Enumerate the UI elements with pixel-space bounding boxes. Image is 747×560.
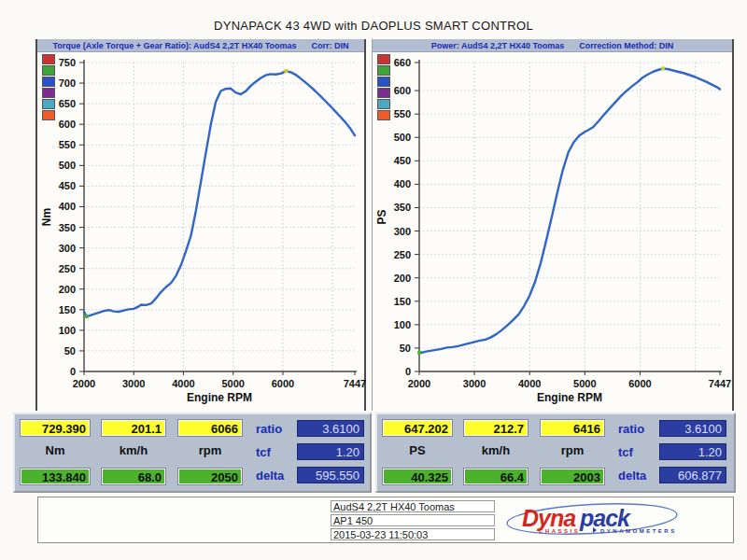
torque-chart-header: Torque (Axle Torque + Gear Ratio): AudS4… [37, 39, 364, 52]
svg-text:2000: 2000 [73, 378, 95, 389]
rpm-cursor-value: 2003 [540, 468, 605, 485]
svg-text:PS: PS [375, 209, 388, 224]
svg-text:DYNAMOMETERS: DYNAMOMETERS [600, 528, 677, 534]
svg-text:150: 150 [394, 296, 411, 307]
rpm-unit-label: rpm [540, 443, 605, 458]
svg-text:700: 700 [59, 77, 76, 89]
svg-text:300: 300 [59, 243, 76, 254]
tcf-value: 1.20 [297, 443, 364, 460]
svg-text:600: 600 [394, 85, 411, 96]
svg-text:7447: 7447 [709, 378, 731, 389]
svg-text:0: 0 [405, 366, 411, 377]
torque-chart: 0501001502002503003504004505005506006507… [37, 51, 366, 411]
power-unit-label: PS [382, 443, 453, 458]
svg-text:350: 350 [59, 222, 76, 233]
delta-value: 606.877 [659, 467, 726, 483]
svg-text:3000: 3000 [463, 378, 486, 389]
svg-text:150: 150 [59, 304, 76, 315]
svg-text:50: 50 [64, 345, 76, 357]
torque-chart-body: 0501001502002503003504004505005506006507… [37, 51, 364, 411]
svg-text:550: 550 [394, 108, 411, 119]
svg-text:100: 100 [394, 319, 411, 330]
svg-text:300: 300 [394, 226, 411, 237]
svg-text:5000: 5000 [573, 378, 596, 389]
tcf-label: tcf [256, 445, 295, 459]
svg-text:450: 450 [59, 180, 76, 191]
svg-text:550: 550 [59, 139, 76, 150]
legend-swatch [377, 110, 390, 120]
svg-text:660: 660 [394, 57, 411, 68]
ratio-value: 3.6100 [297, 420, 364, 437]
rpm-cursor-value: 2050 [177, 468, 243, 485]
tcf-label: tcf [618, 445, 657, 459]
svg-text:400: 400 [394, 178, 411, 189]
delta-value: 595.550 [297, 467, 364, 483]
svg-text:4000: 4000 [172, 378, 194, 389]
speed-cursor-value: 66.4 [463, 468, 529, 485]
power-chart-title: Power: AudS4 2,2T HX40 Toomas [431, 41, 565, 50]
svg-text:pack: pack [579, 505, 631, 531]
torque-data-panel: 729.390 201.1 6066 Nm km/h rpm 133.840 6… [13, 413, 372, 493]
svg-text:3000: 3000 [122, 378, 145, 389]
svg-text:500: 500 [394, 132, 411, 143]
svg-text:100: 100 [59, 325, 76, 336]
svg-text:200: 200 [59, 284, 76, 295]
power-cursor-value: 40.325 [382, 468, 453, 485]
ratio-value: 3.6100 [659, 420, 726, 437]
rpm-unit-label: rpm [177, 443, 243, 458]
svg-text:400: 400 [59, 201, 76, 212]
legend-swatch [377, 65, 390, 76]
power-chart-panel: Power: AudS4 2,2T HX40 Toomas Correction… [372, 39, 734, 411]
svg-text:250: 250 [394, 249, 411, 260]
date-field[interactable]: 2015-03-23 11:50:03 [331, 528, 495, 540]
legend-swatch [42, 65, 55, 76]
rpm-max-value: 6416 [540, 419, 605, 437]
delta-label: delta [618, 469, 657, 483]
legend-swatch [377, 54, 390, 64]
svg-text:750: 750 [59, 57, 76, 68]
speed-max-value: 212.7 [463, 419, 529, 437]
svg-text:6000: 6000 [628, 378, 651, 389]
page-title: DYNAPACK 43 4WD with DAOPLUS SMART CONTR… [0, 19, 747, 33]
svg-text:6000: 6000 [272, 378, 294, 389]
svg-text:600: 600 [59, 119, 76, 130]
power-chart-header: Power: AudS4 2,2T HX40 Toomas Correction… [373, 39, 732, 52]
svg-text:4000: 4000 [518, 378, 541, 389]
speed-unit-label: km/h [101, 443, 166, 458]
torque-chart-title: Torque (Axle Torque + Gear Ratio): AudS4… [53, 41, 297, 50]
svg-text:450: 450 [394, 155, 411, 166]
run-id-field[interactable]: AP1 450 [331, 514, 495, 526]
svg-text:Dyna: Dyna [522, 505, 576, 531]
svg-text:50: 50 [400, 343, 411, 354]
speed-max-value: 201.1 [101, 419, 166, 437]
power-max-value: 647.202 [382, 419, 453, 437]
torque-correction-label: Corr: DIN [311, 41, 348, 50]
torque-chart-panel: Torque (Axle Torque + Gear Ratio): AudS4… [35, 39, 366, 411]
legend-swatch [42, 54, 55, 64]
svg-text:200: 200 [394, 273, 411, 284]
svg-text:500: 500 [59, 160, 76, 171]
svg-text:7447: 7447 [344, 378, 366, 389]
power-legend-swatches [377, 54, 390, 121]
run-info-footer: Folder AudS4 2,2T HX40 Toomas Run ID AP1… [37, 497, 734, 543]
speed-unit-label: km/h [463, 443, 529, 458]
power-data-panel: 647.202 212.7 6416 PS km/h rpm 40.325 66… [375, 413, 736, 493]
svg-text:250: 250 [59, 263, 76, 274]
svg-text:Engine RPM: Engine RPM [187, 391, 252, 404]
svg-text:2000: 2000 [408, 378, 430, 389]
svg-text:Nm: Nm [40, 208, 53, 226]
ratio-label: ratio [618, 422, 657, 436]
power-chart-body: 0501001502002503003504004505005506006602… [373, 51, 732, 411]
legend-swatch [42, 99, 55, 109]
speed-cursor-value: 68.0 [101, 468, 166, 485]
legend-swatch [42, 110, 55, 120]
ratio-label: ratio [256, 422, 295, 436]
torque-unit-label: Nm [20, 443, 91, 458]
legend-swatch [377, 88, 390, 98]
legend-swatch [42, 77, 55, 87]
folder-field[interactable]: AudS4 2,2T HX40 Toomas [331, 500, 495, 512]
dynapack-logo-graphic: Dyna pack CHASSIS DYNAMOMETERS [503, 501, 681, 540]
svg-text:CHASSIS: CHASSIS [539, 528, 580, 534]
svg-text:0: 0 [70, 366, 76, 377]
tcf-value: 1.20 [659, 443, 726, 460]
